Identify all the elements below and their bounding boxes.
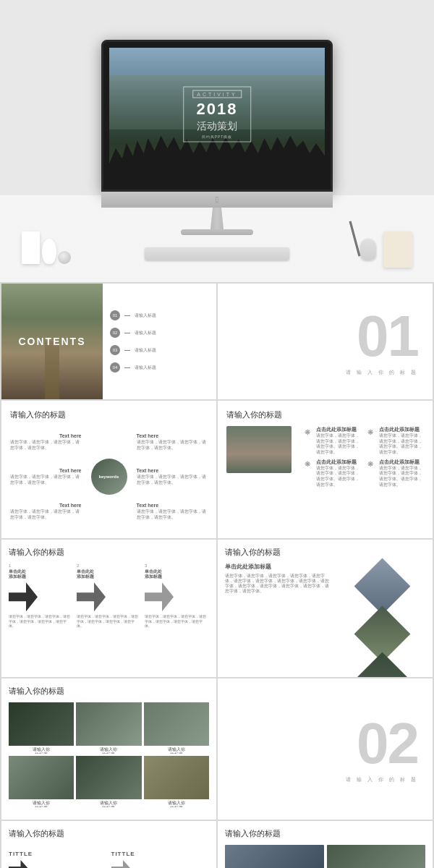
kw-circle: keywords <box>91 459 127 495</box>
kw-center: keywords <box>88 426 131 527</box>
slide-title: 请输入你的标题 <box>225 547 425 558</box>
card-img-5 <box>76 756 141 799</box>
feature-4: ❋ 点击此处添加标题 请您字体，请您字体，请您字体，请您字体，请您字体。请您字体… <box>365 459 425 488</box>
card-img-2 <box>76 702 141 746</box>
screen-activity-text: ACTIVITY <box>192 90 242 98</box>
slide-title: 请输入你的标题 <box>9 686 209 697</box>
slide-title: 请输入你的标题 <box>9 547 209 558</box>
card-label-5: 请输入你的标题 <box>76 801 141 807</box>
feature-label: 点击此处添加标题 <box>379 426 425 433</box>
feature-desc: 请您字体，请您字体，请您字体，请您字体，请您字体。请您字体，请您字体。 <box>379 433 425 456</box>
screen-content: ACTIVITY 2018 活动策划 简约风PPT模板 <box>183 87 251 145</box>
item-text: 请输入标题 <box>135 312 156 319</box>
feature-1: ❋ 点击此处添加标题 请您字体，请您字体，请您字体，请您字体，请您字体。请您字体… <box>302 426 362 456</box>
feature-label: 点击此处添加标题 <box>316 459 362 466</box>
feature-desc: 请您字体，请您字体，请您字体，请您字体，请您字体。请您字体，请您字体。 <box>316 466 362 488</box>
arrow-num: 1 <box>9 563 73 568</box>
arrow-label: 单击此处添加标题 <box>77 569 141 579</box>
features-layout: ❋ 点击此处添加标题 请您字体，请您字体，请您字体，请您字体，请您字体。请您字体… <box>226 426 424 488</box>
list-item: 04 请输入标题 <box>110 362 209 373</box>
slide-title: 请输入你的标题 <box>225 828 425 839</box>
card-img-6 <box>144 756 209 799</box>
photo-card-5: 请输入你的标题 <box>76 756 141 807</box>
slide-features: 请输入你的标题 ❋ 点击此处添加标题 请您字体，请您字体，请您字体，请您字体，请… <box>218 401 433 538</box>
card-img-3 <box>144 702 209 746</box>
number-subtitle-02: 请 输 入 你 的 标 题 <box>346 776 418 783</box>
kw-text: 请您字体，请您字体，请您字体，请您字体，请您字体。 <box>10 440 82 451</box>
kw-bl: Text here 请您字体，请您字体，请您字体，请您字体，请您字体。 <box>10 495 85 527</box>
arrow-item-3: 3 单击此处添加标题 请您字体，请您字体，请您字体，请您字体，请您字体，请您字体… <box>145 563 209 629</box>
slide-title: 请输入你的标题 <box>9 828 209 839</box>
arrow-shape-light <box>145 582 174 611</box>
arrow-shape-dark <box>9 582 38 611</box>
arrow-label: 单击此处添加标题 <box>9 569 73 579</box>
screen-title-cn: 活动策划 <box>192 120 242 133</box>
slide-last: 请输入你的标题 请您字体，请您字体，请您字体，请您字体，请您字体，请您字体，请您… <box>218 821 433 868</box>
imac-base <box>181 229 253 235</box>
last-photo-2 <box>327 845 426 868</box>
feature-3-text: 点击此处添加标题 请您字体，请您字体，请您字体，请您字体，请您字体。请您字体，请… <box>316 459 362 488</box>
diamond-img-3 <box>349 652 415 677</box>
diamond-layout: 单击此处添加标题 请您字体，请您字体，请您字体，请您字体，请您字体，请您字体，请… <box>225 563 425 665</box>
item-dash <box>124 333 130 333</box>
feature-2: ❋ 点击此处添加标题 请您字体，请您字体，请您字体，请您字体，请您字体。请您字体… <box>365 426 425 456</box>
item-text: 请输入标题 <box>135 330 156 336</box>
kw-ml: Text here 请您字体，请您字体，请您字体，请您字体，请您字体。 <box>10 461 85 493</box>
feature-desc: 请您字体，请您字体，请您字体，请您字体，请您字体。请您字体，请您字体。 <box>379 466 425 488</box>
slide-photo-cards: 请输入你的标题 请输入你的标题 请输入你的标题 请输入你的标题 请输入你的标题 … <box>1 678 216 820</box>
item-num: 01 <box>110 310 120 320</box>
last-item-1: 请您字体，请您字体，请您字体，请您字体，请您字体，请您字体，请您字体。 <box>225 845 324 868</box>
diamond-label: 单击此处添加标题 <box>225 563 333 571</box>
feature-label: 点击此处添加标题 <box>379 459 425 466</box>
slide-title: 请输入你的标题 <box>10 409 208 420</box>
imac-chin:  <box>101 192 333 208</box>
contents-label: CONTENTS <box>19 336 86 347</box>
screen-subtitle: 简约风PPT模板 <box>192 135 242 139</box>
deco-candle <box>22 231 40 264</box>
list-item: 02 请输入标题 <box>110 328 209 338</box>
last-photo-1 <box>225 845 324 868</box>
item-text: 请输入标题 <box>135 365 156 371</box>
slide-title: 请输入你的标题 <box>226 409 424 420</box>
snowflake-icon: ❋ <box>302 459 313 470</box>
item-dash <box>124 367 130 368</box>
last-photo-grid: 请您字体，请您字体，请您字体，请您字体，请您字体，请您字体，请您字体。 请您字体… <box>225 845 425 868</box>
contents-list: 01 请输入标题 02 请输入标题 03 请输入标题 04 请输入标题 <box>103 284 216 399</box>
imac-section: ACTIVITY 2018 活动策划 简约风PPT模板  <box>0 0 434 282</box>
feature-label: 点击此处添加标题 <box>316 426 362 433</box>
arrow-num: 2 <box>77 563 141 568</box>
diamond-grid <box>339 563 425 665</box>
apple-logo-icon:  <box>216 195 218 205</box>
arrow-num: 3 <box>145 563 209 568</box>
feature-items: ❋ 点击此处添加标题 请您字体，请您字体，请您字体，请您字体，请您字体。请您字体… <box>302 426 424 488</box>
imac-body: ACTIVITY 2018 活动策划 简约风PPT模板  <box>94 40 340 242</box>
big-number-02: 02 <box>357 715 418 773</box>
slide-arrows: 请输入你的标题 1 单击此处添加标题 请您字体，请您字体，请您字体，请您字体，请… <box>1 540 216 677</box>
screen-year: 2018 <box>192 100 242 119</box>
number-subtitle-01: 请 输 入 你 的 标 题 <box>346 369 418 376</box>
kw-label: Text here <box>137 433 208 438</box>
slide-diamond: 请输入你的标题 单击此处添加标题 请您字体，请您字体，请您字体，请您字体，请您字… <box>218 540 433 677</box>
card-img-1 <box>9 702 74 746</box>
imac-stand <box>206 208 228 229</box>
slide-keywords: 请输入你的标题 Text here 请您字体，请您字体，请您字体，请您字体，请您… <box>1 401 216 538</box>
photo-card-3: 请输入你的标题 <box>144 702 209 754</box>
feature-4-text: 点击此处添加标题 请您字体，请您字体，请您字体，请您字体，请您字体。请您字体，请… <box>379 459 425 488</box>
contents-image: CONTENTS <box>1 284 103 399</box>
keywords-layout: Text here 请您字体，请您字体，请您字体，请您字体，请您字体。 keyw… <box>10 426 208 527</box>
card-img-4 <box>9 756 74 799</box>
kw-br: Text here 请您字体，请您字体，请您字体，请您字体，请您字体。 <box>134 495 208 527</box>
deco-ball <box>58 251 71 264</box>
tittle-section-1: TITTLE Text here 请您字体，请您字体，请您字体，请您字体，请您字… <box>9 851 107 868</box>
card-label-1: 请输入你的标题 <box>9 747 74 754</box>
diamond-desc: 请您字体，请您字体，请您字体，请您字体，请您字体，请您字体，请您字体，请您字体，… <box>225 574 333 594</box>
card-label-3: 请输入你的标题 <box>144 747 209 754</box>
arrow-text: 请您字体，请您字体，请您字体，请您字体，请您字体，请您字体，请您字体。 <box>145 614 209 629</box>
kw-label: Text here <box>59 433 82 438</box>
item-num: 03 <box>110 345 120 355</box>
tittle-arrow-light <box>111 860 133 868</box>
item-num: 04 <box>110 362 120 373</box>
boardwalk <box>45 341 59 399</box>
kw-text: 请您字体，请您字体，请您字体，请您字体，请您字体。 <box>10 509 82 520</box>
kw-tl: Text here 请您字体，请您字体，请您字体，请您字体，请您字体。 <box>10 426 85 458</box>
